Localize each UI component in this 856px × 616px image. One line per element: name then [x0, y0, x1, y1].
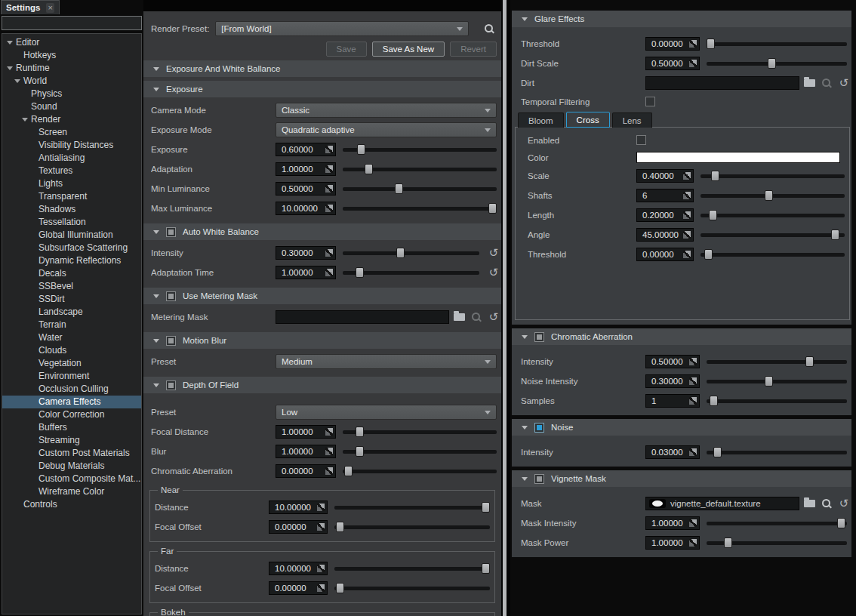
sidebar-item-buffers[interactable]: Buffers: [2, 421, 141, 434]
intensity-input[interactable]: 0.30000: [276, 246, 336, 260]
chromatic-aberration-enable-checkbox[interactable]: [534, 332, 544, 342]
slider-handle[interactable]: [357, 144, 365, 155]
intensity-slider[interactable]: [707, 356, 847, 368]
section-header-exposure-and-white-ballance[interactable]: Exposure And White Ballance: [143, 60, 501, 77]
slider-handle[interactable]: [482, 563, 490, 574]
close-icon[interactable]: ×: [46, 3, 54, 13]
spin-drag-icon[interactable]: [683, 231, 691, 239]
mask-find-button[interactable]: [819, 497, 834, 510]
slider-handle[interactable]: [356, 267, 364, 278]
chevron-down-icon[interactable]: [153, 294, 159, 298]
slider-handle[interactable]: [336, 583, 344, 593]
sidebar-item-subsurface-scattering[interactable]: Subsurface Scattering: [2, 242, 141, 254]
dirt-scale-input[interactable]: 0.50000: [645, 57, 700, 70]
max-luminance-slider[interactable]: [343, 202, 497, 214]
spin-drag-icon[interactable]: [689, 539, 697, 547]
sidebar-item-water[interactable]: Water: [2, 331, 141, 344]
tree-expand-icon[interactable]: [22, 118, 28, 122]
noise-enable-checkbox[interactable]: [534, 423, 544, 433]
slider-handle[interactable]: [395, 183, 403, 194]
slider-handle[interactable]: [336, 522, 344, 532]
mask-power-slider[interactable]: [707, 537, 847, 549]
intensity-input[interactable]: 0.50000: [645, 355, 700, 368]
slider-handle[interactable]: [707, 38, 715, 49]
slider-handle[interactable]: [356, 446, 364, 457]
sidebar-item-textures[interactable]: Textures: [2, 165, 141, 177]
preset-search-button[interactable]: [482, 22, 497, 35]
threshold-input[interactable]: 0.00000: [645, 37, 700, 51]
temporal-filtering-checkbox[interactable]: [645, 97, 655, 106]
tree-expand-icon[interactable]: [14, 79, 20, 83]
sidebar-item-landscape[interactable]: Landscape: [2, 306, 141, 319]
adaptation-time-input[interactable]: 1.00000: [276, 266, 336, 279]
slider-handle[interactable]: [713, 447, 722, 457]
camera-mode-dropdown[interactable]: Classic: [276, 103, 497, 118]
section-header-chromatic-aberration[interactable]: Chromatic Aberration: [512, 328, 851, 345]
distance-slider[interactable]: [334, 562, 490, 574]
mask-revert-button[interactable]: [836, 497, 851, 510]
tree-expand-icon[interactable]: [7, 41, 13, 45]
distance-input[interactable]: 10.00000: [269, 500, 328, 514]
shafts-input[interactable]: 6: [636, 189, 694, 202]
slider-handle[interactable]: [768, 58, 776, 69]
samples-slider[interactable]: [707, 395, 847, 407]
vignette-mask-enable-checkbox[interactable]: [534, 474, 544, 484]
sidebar-item-ssdirt[interactable]: SSDirt: [2, 293, 141, 306]
sidebar-item-clouds[interactable]: Clouds: [2, 344, 141, 357]
sidebar-item-custom-composite-mat[interactable]: Custom Composite Mat...: [2, 473, 141, 485]
section-header-vignette-mask[interactable]: Vignette Mask: [512, 470, 851, 487]
sidebar-item-dynamic-reflections[interactable]: Dynamic Reflections: [2, 254, 141, 267]
sidebar-item-custom-post-materials[interactable]: Custom Post Materials: [2, 447, 141, 460]
chevron-down-icon[interactable]: [522, 477, 528, 481]
chevron-down-icon[interactable]: [522, 17, 528, 21]
sidebar-item-visibility-distances[interactable]: Visibility Distances: [2, 139, 141, 152]
adaptation-input[interactable]: 1.00000: [276, 162, 336, 176]
dirt-find-button[interactable]: [819, 76, 834, 90]
spin-drag-icon[interactable]: [689, 60, 697, 67]
spin-drag-icon[interactable]: [689, 358, 697, 365]
spin-drag-icon[interactable]: [689, 40, 697, 48]
spin-drag-icon[interactable]: [325, 448, 333, 455]
sidebar-item-environment[interactable]: Environment: [2, 370, 141, 383]
chevron-down-icon[interactable]: [522, 335, 528, 339]
slider-handle[interactable]: [765, 376, 773, 387]
focal-offset-slider[interactable]: [334, 582, 490, 594]
scale-input[interactable]: 0.40000: [636, 169, 694, 183]
auto-white-balance-enable-checkbox[interactable]: [166, 227, 176, 237]
sidebar-item-debug-materials[interactable]: Debug Materials: [2, 460, 141, 473]
sidebar-item-screen[interactable]: Screen: [2, 126, 141, 139]
slider-handle[interactable]: [765, 190, 773, 201]
sidebar-item-world[interactable]: World: [2, 75, 141, 88]
sidebar-item-controls[interactable]: Controls: [2, 498, 141, 511]
section-header-auto-white-balance[interactable]: Auto White Balance: [143, 223, 501, 240]
min-luminance-input[interactable]: 0.50000: [276, 182, 336, 196]
spin-drag-icon[interactable]: [317, 523, 325, 531]
motion-blur-enable-checkbox[interactable]: [166, 336, 176, 346]
sidebar-item-shadows[interactable]: Shadows: [2, 203, 141, 216]
slider-handle[interactable]: [831, 229, 839, 240]
slider-handle[interactable]: [356, 427, 364, 437]
tab-lens[interactable]: Lens: [612, 112, 652, 128]
tree-expand-icon[interactable]: [7, 66, 13, 70]
threshold-slider[interactable]: [701, 248, 845, 260]
spin-drag-icon[interactable]: [689, 448, 697, 456]
sidebar-item-tessellation[interactable]: Tessellation: [2, 216, 141, 229]
exposure-slider[interactable]: [343, 143, 497, 156]
depth-of-field-enable-checkbox[interactable]: [166, 380, 176, 390]
noise-intensity-input[interactable]: 0.30000: [645, 374, 700, 388]
sidebar-item-wireframe-color[interactable]: Wireframe Color: [2, 485, 141, 498]
slider-handle[interactable]: [805, 356, 814, 367]
section-header-depth-of-field[interactable]: Depth Of Field: [143, 377, 501, 393]
length-input[interactable]: 0.20000: [636, 208, 694, 222]
dirt-revert-button[interactable]: [836, 76, 851, 90]
tab-bloom[interactable]: Bloom: [518, 112, 564, 128]
intensity-slider[interactable]: [343, 247, 479, 259]
sidebar-item-streaming[interactable]: Streaming: [2, 434, 141, 447]
spin-drag-icon[interactable]: [325, 146, 333, 153]
adaptation-time-revert-button[interactable]: [486, 266, 501, 279]
length-slider[interactable]: [701, 209, 845, 221]
enabled-checkbox[interactable]: [636, 135, 646, 145]
section-header-noise[interactable]: Noise: [512, 419, 851, 436]
spin-drag-icon[interactable]: [325, 269, 333, 276]
exposure-input[interactable]: 0.60000: [276, 143, 336, 156]
